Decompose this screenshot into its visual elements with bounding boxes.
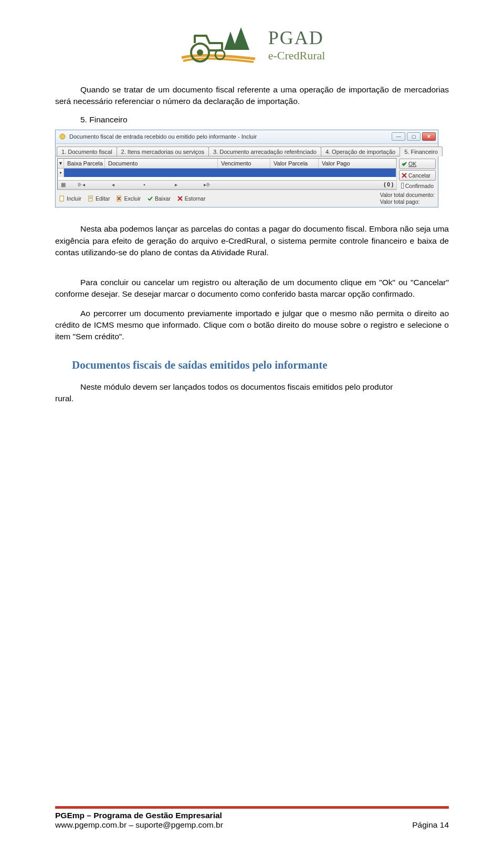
tab-financeiro[interactable]: 5. Financeiro: [400, 147, 443, 156]
nav-last-button[interactable]: ▸⊪: [192, 182, 223, 187]
paragraph: Para concluir ou cancelar um registro ou…: [55, 277, 449, 300]
col-documento[interactable]: Documento: [105, 159, 218, 168]
excluir-button[interactable]: Excluir: [116, 195, 141, 202]
editar-label: Editar: [96, 195, 110, 202]
footer-company: PGEmp – Programa de Gestão Empresarial: [55, 811, 449, 820]
footer-contact: www.pgemp.com.br – suporte@pgemp.com.br: [55, 820, 223, 830]
col-baixa-parcela[interactable]: Baixa Parcela: [64, 159, 105, 168]
svg-point-3: [197, 49, 203, 56]
document-delete-icon: [116, 195, 122, 202]
nav-next-button[interactable]: ▸: [160, 182, 192, 187]
confirmado-checkbox[interactable]: Confirmado: [399, 182, 436, 190]
cancel-button-label: Cancelar: [408, 172, 430, 179]
paragraph: Ao percorrer um documento previamente im…: [55, 308, 449, 343]
bottom-toolbar: Incluir Editar Excluir Baixar Estornar V…: [56, 190, 438, 207]
data-grid: ▼ Baixa Parcela Documento Vencimento Val…: [57, 158, 397, 190]
row-marker-header: ▼: [58, 159, 64, 168]
page-footer: PGEmp – Programa de Gestão Empresarial w…: [55, 806, 449, 830]
svg-point-5: [60, 134, 65, 139]
document-edit-icon: [88, 195, 94, 202]
ok-button[interactable]: OK: [399, 159, 436, 169]
document-new-icon: [59, 195, 65, 202]
close-button[interactable]: ✕: [422, 132, 436, 141]
estornar-button[interactable]: Estornar: [177, 195, 206, 202]
nav-first-button[interactable]: ⊪◂: [66, 182, 97, 187]
baixar-button[interactable]: Baixar: [147, 195, 171, 202]
tab-bar: 1. Documento fiscal 2. Itens mercadorias…: [56, 144, 438, 156]
record-count: ( 0 ): [384, 182, 393, 187]
tab-operacao-importacao[interactable]: 4. Operação de importação: [321, 147, 400, 156]
checkbox-icon: [401, 183, 404, 189]
check-icon: [402, 161, 407, 166]
confirmado-label: Confirmado: [405, 183, 434, 189]
app-icon: [59, 133, 66, 140]
maximize-button[interactable]: ▢: [407, 132, 421, 141]
paragraph: Quando se tratar de um documento fiscal …: [55, 84, 449, 108]
estornar-label: Estornar: [185, 195, 206, 202]
section-heading: Documentos fiscais de saídas emitidos pe…: [72, 359, 449, 372]
ok-button-label: OK: [408, 161, 416, 167]
incluir-label: Incluir: [67, 195, 81, 202]
col-valor-pago[interactable]: Valor Pago: [319, 159, 396, 168]
nav-stop-button[interactable]: ▪: [129, 182, 160, 187]
brand-header: PGAD e-CredRural: [55, 21, 449, 68]
tab-documento-fiscal[interactable]: 1. Documento fiscal: [57, 147, 117, 156]
footer-divider: [55, 806, 449, 809]
paragraph-text: rural.: [55, 394, 74, 403]
tab-documento-arrecadacao[interactable]: 3. Documento arrecadação referênciado: [208, 147, 321, 156]
x-icon: [402, 173, 407, 178]
brand-subtitle: e-CredRural: [268, 49, 326, 62]
total-pago-label: Valor total pago:: [380, 199, 435, 205]
window-title: Documento fiscal de entrada recebido ou …: [69, 133, 390, 140]
totals-block: Valor total documento: Valor total pago:: [380, 192, 435, 205]
nav-grid-icon[interactable]: ▦: [61, 182, 66, 187]
nav-prev-button[interactable]: ◂: [97, 182, 129, 187]
check-icon: [147, 195, 153, 202]
editar-button[interactable]: Editar: [88, 195, 110, 202]
app-window: Documento fiscal de entrada recebido ou …: [55, 130, 438, 207]
row-cursor-icon: ▸: [58, 169, 64, 177]
cancel-button[interactable]: Cancelar: [399, 170, 436, 181]
tractor-logo-icon: [179, 21, 258, 68]
svg-rect-8: [60, 196, 64, 201]
svg-marker-1: [233, 27, 249, 50]
list-item-financeiro: 5. Financeiro: [80, 115, 449, 124]
col-valor-parcela[interactable]: Valor Parcela: [270, 159, 319, 168]
tab-itens-mercadorias[interactable]: 2. Itens mercadorias ou serviços: [117, 147, 209, 156]
page-number: Página 14: [412, 820, 449, 830]
x-icon: [177, 195, 183, 202]
record-navigator: ▦ ⊪◂ ◂ ▪ ▸ ▸⊪ ( 0 ): [58, 180, 396, 190]
side-action-panel: OK Cancelar Confirmado: [397, 156, 438, 190]
paragraph: Neste módulo devem ser lançados todos os…: [55, 381, 449, 405]
baixar-label: Baixar: [155, 195, 171, 202]
minimize-button[interactable]: —: [392, 132, 405, 141]
total-documento-label: Valor total documento:: [380, 192, 435, 199]
incluir-button[interactable]: Incluir: [59, 195, 81, 202]
titlebar: Documento fiscal de entrada recebido ou …: [56, 130, 438, 144]
col-vencimento[interactable]: Vencimento: [218, 159, 270, 168]
paragraph-text: Neste módulo devem ser lançados todos os…: [80, 382, 393, 391]
excluir-label: Excluir: [124, 195, 141, 202]
table-row[interactable]: ▸: [58, 169, 396, 177]
paragraph: Nesta aba podemos lançar as parcelas do …: [55, 223, 449, 258]
brand-title: PGAD: [268, 27, 326, 49]
